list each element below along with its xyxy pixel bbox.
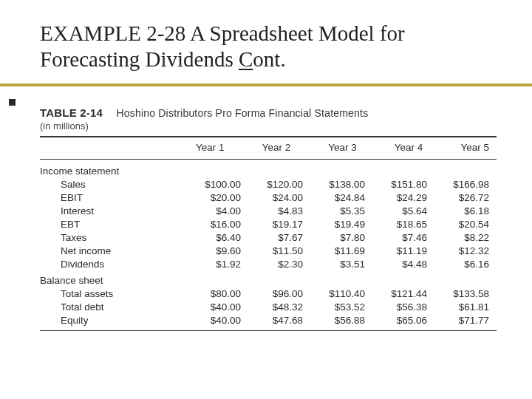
col-header: Year 2: [232, 140, 299, 156]
cell-value: $48.32: [248, 301, 310, 314]
cell-value: $6.18: [434, 204, 497, 217]
cell-value: $120.00: [248, 177, 310, 191]
cell-value: $7.67: [248, 231, 310, 244]
table-row: Total debt$40.00$48.32$53.52$56.38$61.81: [40, 301, 497, 314]
cell-value: $24.29: [372, 191, 434, 204]
data-table: Income statementSales$100.00$120.00$138.…: [40, 164, 497, 327]
cell-value: $80.00: [186, 287, 248, 301]
cell-value: $151.80: [372, 177, 434, 191]
cell-value: $5.64: [372, 204, 434, 217]
table-row: Sales$100.00$120.00$138.00$151.80$166.98: [40, 177, 497, 191]
row-label: Total debt: [40, 301, 186, 314]
cell-value: $2.30: [248, 257, 310, 270]
table-unit: (in millions): [40, 120, 497, 132]
cell-value: $9.60: [186, 244, 248, 257]
col-header: Year 3: [298, 140, 364, 156]
cell-value: $6.40: [186, 231, 248, 244]
table-row: Total assets$80.00$96.00$110.40$121.44$1…: [40, 287, 497, 301]
cell-value: $61.81: [434, 301, 497, 314]
bullet-icon: [9, 99, 16, 106]
cell-value: $110.40: [310, 287, 372, 301]
cell-value: $26.72: [434, 191, 497, 204]
cell-value: $20.00: [186, 191, 248, 204]
cell-value: $3.51: [310, 257, 372, 270]
cell-value: $100.00: [186, 177, 248, 191]
cell-value: $138.00: [310, 177, 372, 191]
cell-value: $65.06: [372, 314, 434, 327]
col-header: Year 5: [430, 140, 497, 156]
cell-value: $133.58: [434, 287, 497, 301]
row-label: Dividends: [40, 257, 186, 270]
table-row: Net income$9.60$11.50$11.69$11.19$12.32: [40, 244, 497, 257]
row-label: EBT: [40, 217, 186, 231]
slide: EXAMPLE 2-28 A Spreadsheet Model for For…: [0, 0, 532, 399]
row-label: Interest: [40, 204, 186, 217]
cell-value: $7.46: [372, 231, 434, 244]
cell-value: $11.50: [248, 244, 310, 257]
cell-value: $4.00: [186, 204, 248, 217]
table-row: Taxes$6.40$7.67$7.80$7.46$8.22: [40, 231, 497, 244]
row-label: Sales: [40, 177, 186, 191]
cell-value: $47.68: [248, 314, 310, 327]
slide-heading: EXAMPLE 2-28 A Spreadsheet Model for For…: [40, 21, 499, 73]
table-number: TABLE 2-14: [40, 106, 103, 119]
cell-value: $24.00: [248, 191, 310, 204]
row-label: Taxes: [40, 231, 186, 244]
section-label: Income statement: [40, 164, 497, 177]
row-label: Equity: [40, 314, 186, 327]
rule-top: [40, 136, 497, 137]
col-header: Year 4: [364, 140, 431, 156]
cell-value: $96.00: [248, 287, 310, 301]
table-row: Interest$4.00$4.83$5.35$5.64$6.18: [40, 204, 497, 217]
column-header-row: Year 1 Year 2 Year 3 Year 4 Year 5: [40, 140, 497, 156]
cell-value: $53.52: [310, 301, 372, 314]
section-row: Balance sheet: [40, 270, 497, 287]
rule-sep: [40, 159, 497, 160]
header-row-table: Year 1 Year 2 Year 3 Year 4 Year 5: [40, 140, 497, 156]
cell-value: $40.00: [186, 314, 248, 327]
cell-value: $4.48: [372, 257, 434, 270]
accent-bar: [0, 83, 532, 86]
table-row: EBT$16.00$19.17$19.49$18.65$20.54: [40, 217, 497, 231]
cell-value: $20.54: [434, 217, 497, 231]
cell-value: $7.80: [310, 231, 372, 244]
cell-value: $19.49: [310, 217, 372, 231]
col-header: Year 1: [166, 140, 232, 156]
rule-bottom: [40, 330, 497, 331]
table-row: Equity$40.00$47.68$56.88$65.06$71.77: [40, 314, 497, 327]
heading-prefix: EXAMPLE 2-28: [40, 21, 190, 45]
section-row: Income statement: [40, 164, 497, 177]
cell-value: $40.00: [186, 301, 248, 314]
section-label: Balance sheet: [40, 270, 497, 287]
row-label: EBIT: [40, 191, 186, 204]
cell-value: $71.77: [434, 314, 497, 327]
table-row: EBIT$20.00$24.00$24.84$24.29$26.72: [40, 191, 497, 204]
cell-value: $56.88: [310, 314, 372, 327]
cell-value: $1.92: [186, 257, 248, 270]
cell-value: $11.19: [372, 244, 434, 257]
cell-value: $6.16: [434, 257, 497, 270]
cell-value: $11.69: [310, 244, 372, 257]
cell-value: $4.83: [248, 204, 310, 217]
table-title-line: TABLE 2-14 Hoshino Distributors Pro Form…: [40, 106, 497, 119]
cell-value: $24.84: [310, 191, 372, 204]
cell-value: $121.44: [372, 287, 434, 301]
cell-value: $12.32: [434, 244, 497, 257]
cell-value: $8.22: [434, 231, 497, 244]
row-label: Total assets: [40, 287, 186, 301]
cell-value: $56.38: [372, 301, 434, 314]
row-label: Net income: [40, 244, 186, 257]
cell-value: $166.98: [434, 177, 497, 191]
cell-value: $5.35: [310, 204, 372, 217]
table-row: Dividends$1.92$2.30$3.51$4.48$6.16: [40, 257, 497, 270]
table-container: TABLE 2-14 Hoshino Distributors Pro Form…: [40, 106, 497, 331]
table-title: Hoshino Distributors Pro Forma Financial…: [116, 107, 368, 119]
cell-value: $19.17: [248, 217, 310, 231]
blank-header: [40, 140, 166, 156]
cell-value: $18.65: [372, 217, 434, 231]
cell-value: $16.00: [186, 217, 248, 231]
